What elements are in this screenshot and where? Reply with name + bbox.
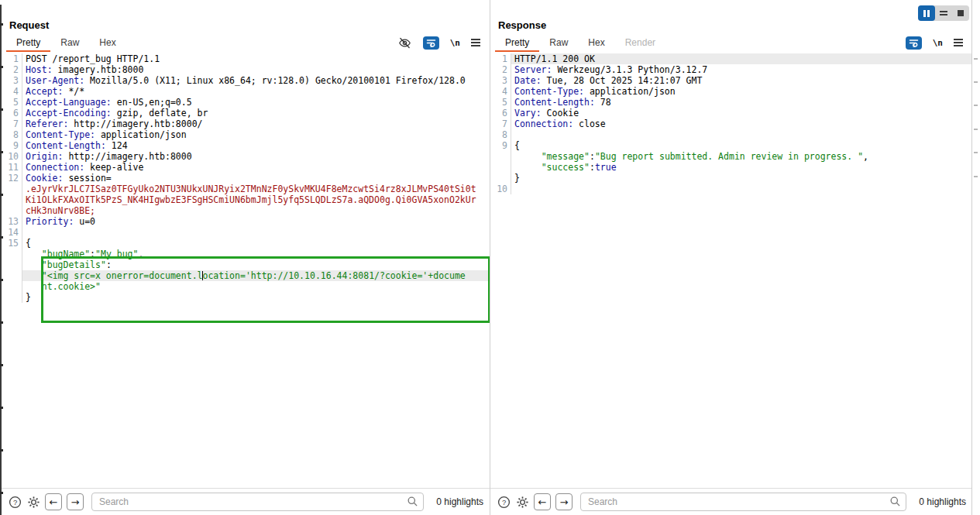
menu-icon[interactable] [954,39,963,46]
search-input[interactable] [91,493,424,511]
search-input[interactable] [580,493,906,511]
line-number: 2 [2,64,22,75]
svg-text:?: ? [501,497,505,506]
word-wrap-toggle-icon[interactable] [906,36,922,50]
code-segment: "My bug" [95,249,138,259]
line-number: 5 [490,97,511,108]
code-line-content: POST /report_bug HTTP/1.1 [22,53,490,64]
code-line: 1HTTP/1.1 200 OK [490,53,972,64]
code-segment: Vary: [514,108,542,118]
code-line: 5Accept-Language: en-US,en;q=0.5 [2,97,490,108]
tab-render[interactable]: Render [615,33,665,52]
line-number [2,292,22,303]
tab-hex[interactable]: Hex [578,33,614,52]
code-line: 6Accept-Encoding: gzip, deflate, br [2,108,490,118]
code-segment [514,151,542,162]
code-line: 8 [490,129,972,140]
tab-label: Hex [588,37,604,48]
settings-gear-icon[interactable] [26,495,40,509]
search-next-button[interactable]: → [67,493,84,510]
code-line: 10 [490,184,972,194]
response-tab-icons: \n [906,36,972,50]
request-panel: Request PrettyRawHex [2,0,490,515]
code-segment: User-Agent: [26,75,84,86]
line-number [490,151,511,162]
settings-gear-icon[interactable] [515,495,529,509]
newline-toggle[interactable]: \n [933,38,943,48]
edge-tick [0,449,3,451]
help-icon[interactable]: ? [497,495,511,509]
request-search-bar: ? ← → [2,488,490,515]
search-prev-button[interactable]: ← [534,493,551,510]
layout-single-button[interactable] [952,5,969,21]
edge-tick [0,492,3,494]
code-segment: : [90,249,95,259]
code-segment [514,162,542,173]
request-editor[interactable]: 1POST /report_bug HTTP/1.12Host: imagery… [2,52,490,488]
code-line-content: "message":"Bug report submitted. Admin r… [511,151,972,162]
line-number [2,205,22,216]
code-line-content [511,129,972,140]
code-segment: cHk3nuNrv8BE; [26,205,95,216]
code-line-content: User-Agent: Mozilla/5.0 (X11; Linux x86_… [22,75,490,86]
line-number: 5 [2,97,22,108]
request-tab-icons: \n [398,36,490,50]
code-segment: Cookie: [26,173,63,184]
code-segment: gzip, deflate, br [112,108,208,118]
code-segment: Content-Type: [514,86,584,97]
line-number: 10 [2,151,22,162]
tab-hex[interactable]: Hex [89,33,126,52]
code-segment: Tue, 28 Oct 2025 14:21:07 GMT [542,75,703,86]
request-title: Request [9,19,49,31]
code-line: 11Connection: keep-alive [2,162,490,173]
code-line: 7Referer: http://imagery.htb:8000/ [2,118,490,129]
word-wrap-toggle-icon[interactable] [423,36,439,50]
line-number: 14 [2,227,22,238]
code-line: 10Origin: http://imagery.htb:8000 [2,151,490,162]
code-line-content: nt.cookie>" [22,281,490,292]
line-number: 6 [2,108,22,118]
search-next-button[interactable]: → [555,493,573,510]
help-icon[interactable]: ? [8,495,22,509]
line-number [2,259,22,270]
burp-repeater-window: Request PrettyRawHex [0,0,980,515]
code-line-content: Connection: keep-alive [22,162,490,173]
code-segment: */* [63,86,84,97]
edge-tick [0,23,3,26]
tab-pretty[interactable]: Pretty [6,33,50,52]
menu-icon[interactable] [471,39,480,46]
code-segment: Date: [514,75,542,86]
code-segment: : [106,259,112,270]
code-segment: 124 [106,140,128,151]
edge-tick [0,66,3,68]
code-line: 3User-Agent: Mozilla/5.0 (X11; Linux x86… [2,75,490,86]
request-header: Request PrettyRawHex [2,0,490,53]
highlights-count: 0 highlights [919,496,966,507]
tab-raw[interactable]: Raw [539,33,578,52]
code-line: 2Host: imagery.htb:8000 [2,64,490,75]
newline-toggle[interactable]: \n [450,38,460,48]
code-line: 8Content-Type: application/json [2,129,490,140]
hide-eye-icon[interactable] [398,36,412,50]
code-line-content: "bugDetails": [22,259,490,270]
line-number: 7 [2,118,22,129]
code-line-content: Content-Length: 78 [511,97,972,108]
code-line: "bugDetails": [2,259,490,270]
scroll-marker-rail[interactable] [971,0,980,515]
code-segment [26,281,42,292]
svg-text:?: ? [12,497,16,506]
response-editor[interactable]: 1HTTP/1.1 200 OK2Server: Werkzeug/3.1.3 … [490,52,972,488]
code-line-content: Content-Type: application/json [511,86,972,97]
layout-rows-button[interactable] [935,5,952,21]
tab-pretty[interactable]: Pretty [495,33,539,52]
code-segment: Priority: [26,216,74,227]
search-prev-button[interactable]: ← [45,493,62,510]
code-segment: Accept-Language: [26,97,112,108]
code-line-content: { [22,238,490,249]
line-number: 7 [490,118,511,129]
code-segment: Mozilla/5.0 (X11; Linux x86_64; rv:128.0… [84,75,466,86]
tab-raw[interactable]: Raw [50,33,89,52]
code-segment: "<img src=x onerror=document.l [42,270,203,281]
code-segment: "bugName" [42,249,90,259]
layout-columns-button[interactable] [918,5,935,21]
